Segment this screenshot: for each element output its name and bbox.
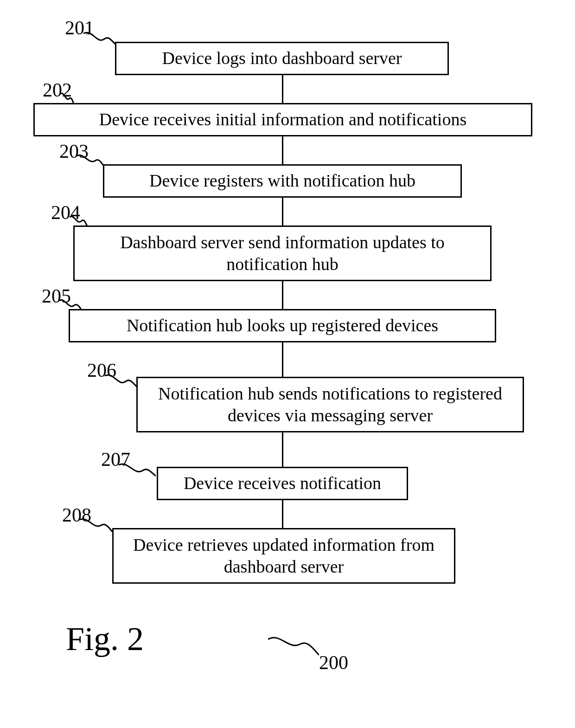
connector: [282, 281, 283, 309]
step-text: Dashboard server send information update…: [81, 232, 484, 276]
step-text: Device retrieves updated information fro…: [120, 534, 447, 578]
flowchart-canvas: 201 Device logs into dashboard server 20…: [0, 0, 575, 728]
connector: [282, 198, 283, 225]
squiggle-icon: [119, 462, 156, 479]
step-box-201: Device logs into dashboard server: [115, 42, 449, 75]
connector: [282, 432, 283, 467]
connector: [282, 500, 283, 528]
step-box-202: Device receives initial information and …: [33, 103, 532, 136]
squiggle-icon: [83, 31, 116, 47]
step-box-204: Dashboard server send information update…: [73, 225, 492, 281]
step-box-203: Device registers with notification hub: [103, 164, 462, 198]
step-box-206: Notification hub sends notifications to …: [136, 377, 524, 432]
step-text: Device logs into dashboard server: [162, 47, 402, 70]
step-text: Device receives notification: [184, 472, 381, 495]
connector: [282, 75, 283, 103]
step-box-207: Device receives notification: [157, 467, 408, 500]
connector: [282, 342, 283, 377]
step-text: Notification hub sends notifications to …: [144, 383, 516, 427]
step-text: Device receives initial information and …: [99, 109, 466, 131]
squiggle-icon: [105, 373, 137, 390]
connector: [282, 136, 283, 164]
step-box-205: Notification hub looks up registered dev…: [69, 309, 496, 342]
squiggle-icon: [268, 635, 319, 658]
squiggle-icon: [77, 154, 105, 168]
step-text: Notification hub looks up registered dev…: [127, 315, 438, 337]
step-text: Device registers with notification hub: [149, 170, 415, 192]
step-box-208: Device retrieves updated information fro…: [112, 528, 455, 584]
figure-title: Fig. 2: [66, 620, 144, 658]
squiggle-icon: [80, 518, 112, 533]
figure-id-label: 200: [319, 651, 348, 674]
